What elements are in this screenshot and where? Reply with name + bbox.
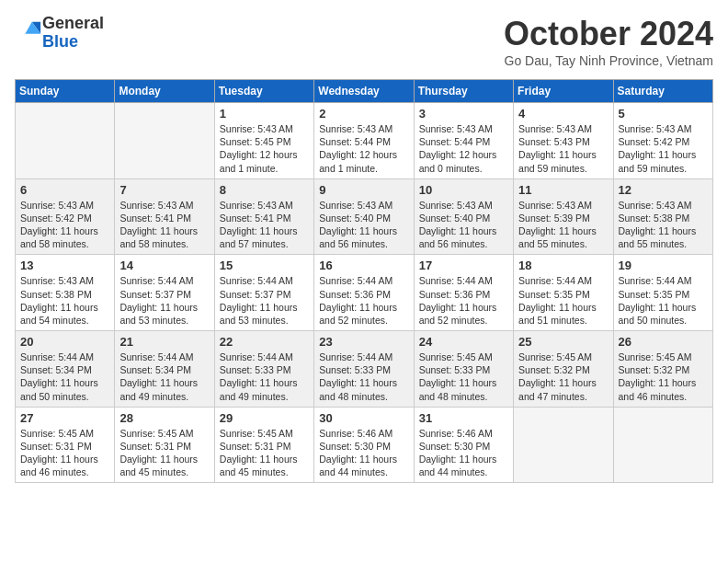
calendar-week-row: 1Sunrise: 5:43 AM Sunset: 5:45 PM Daylig… <box>16 103 713 179</box>
calendar-cell: 24Sunrise: 5:45 AM Sunset: 5:33 PM Dayli… <box>414 331 513 408</box>
cell-text: Sunrise: 5:43 AM Sunset: 5:39 PM Dayligh… <box>518 199 608 251</box>
cell-text: Sunrise: 5:45 AM Sunset: 5:32 PM Dayligh… <box>518 350 608 403</box>
calendar-cell: 1Sunrise: 5:43 AM Sunset: 5:45 PM Daylig… <box>214 103 313 179</box>
cell-text: Sunrise: 5:45 AM Sunset: 5:32 PM Dayligh… <box>619 350 708 403</box>
day-number: 13 <box>20 259 109 272</box>
weekday-header-cell: Thursday <box>414 80 513 103</box>
calendar-cell: 22Sunrise: 5:44 AM Sunset: 5:33 PM Dayli… <box>214 331 313 408</box>
calendar-cell: 14Sunrise: 5:44 AM Sunset: 5:37 PM Dayli… <box>115 255 214 331</box>
calendar-cell: 7Sunrise: 5:43 AM Sunset: 5:41 PM Daylig… <box>115 178 214 255</box>
calendar-cell: 4Sunrise: 5:43 AM Sunset: 5:43 PM Daylig… <box>514 103 613 179</box>
calendar-cell: 20Sunrise: 5:44 AM Sunset: 5:34 PM Dayli… <box>16 331 115 408</box>
weekday-header-cell: Monday <box>115 80 214 103</box>
day-number: 3 <box>419 107 508 121</box>
logo-text: General Blue <box>42 15 104 52</box>
day-number: 17 <box>419 259 508 272</box>
cell-text: Sunrise: 5:43 AM Sunset: 5:43 PM Dayligh… <box>518 122 608 175</box>
logo-icon <box>17 18 42 44</box>
day-number: 23 <box>319 335 408 349</box>
day-number: 16 <box>319 259 408 272</box>
cell-text: Sunrise: 5:45 AM Sunset: 5:31 PM Dayligh… <box>220 427 309 479</box>
calendar-cell: 6Sunrise: 5:43 AM Sunset: 5:42 PM Daylig… <box>16 178 115 255</box>
day-number: 9 <box>319 183 408 197</box>
cell-text: Sunrise: 5:44 AM Sunset: 5:33 PM Dayligh… <box>220 350 309 403</box>
calendar-cell: 28Sunrise: 5:45 AM Sunset: 5:31 PM Dayli… <box>115 407 214 483</box>
day-number: 11 <box>518 183 608 197</box>
calendar-cell: 3Sunrise: 5:43 AM Sunset: 5:44 PM Daylig… <box>414 103 513 179</box>
cell-text: Sunrise: 5:45 AM Sunset: 5:33 PM Dayligh… <box>419 350 508 403</box>
calendar-cell: 2Sunrise: 5:43 AM Sunset: 5:44 PM Daylig… <box>314 103 414 179</box>
day-number: 22 <box>220 335 309 349</box>
cell-text: Sunrise: 5:43 AM Sunset: 5:42 PM Dayligh… <box>20 199 109 251</box>
day-number: 26 <box>619 335 708 349</box>
cell-text: Sunrise: 5:43 AM Sunset: 5:41 PM Dayligh… <box>119 199 209 251</box>
calendar-cell <box>115 103 214 179</box>
cell-text: Sunrise: 5:44 AM Sunset: 5:36 PM Dayligh… <box>419 274 508 327</box>
weekday-header-cell: Friday <box>514 80 613 103</box>
cell-text: Sunrise: 5:43 AM Sunset: 5:41 PM Dayligh… <box>220 199 309 251</box>
page-header: General Blue October 2024 Go Dau, Tay Ni… <box>15 15 713 68</box>
cell-text: Sunrise: 5:43 AM Sunset: 5:40 PM Dayligh… <box>419 199 508 251</box>
cell-text: Sunrise: 5:44 AM Sunset: 5:37 PM Dayligh… <box>119 274 209 327</box>
calendar-cell: 21Sunrise: 5:44 AM Sunset: 5:34 PM Dayli… <box>115 331 214 408</box>
cell-text: Sunrise: 5:43 AM Sunset: 5:44 PM Dayligh… <box>419 122 508 175</box>
calendar-week-row: 13Sunrise: 5:43 AM Sunset: 5:38 PM Dayli… <box>16 255 713 331</box>
cell-text: Sunrise: 5:43 AM Sunset: 5:45 PM Dayligh… <box>220 122 309 175</box>
logo-general: General <box>42 14 104 32</box>
calendar-cell: 17Sunrise: 5:44 AM Sunset: 5:36 PM Dayli… <box>414 255 513 331</box>
cell-text: Sunrise: 5:46 AM Sunset: 5:30 PM Dayligh… <box>419 427 508 479</box>
cell-text: Sunrise: 5:44 AM Sunset: 5:37 PM Dayligh… <box>220 274 309 327</box>
calendar-cell: 30Sunrise: 5:46 AM Sunset: 5:30 PM Dayli… <box>314 407 414 483</box>
cell-text: Sunrise: 5:44 AM Sunset: 5:36 PM Dayligh… <box>319 274 408 327</box>
day-number: 12 <box>619 183 708 197</box>
day-number: 25 <box>518 335 608 349</box>
cell-text: Sunrise: 5:43 AM Sunset: 5:42 PM Dayligh… <box>619 122 708 175</box>
weekday-header-cell: Saturday <box>613 80 712 103</box>
day-number: 1 <box>220 107 309 121</box>
title-block: October 2024 Go Dau, Tay Ninh Province, … <box>504 15 713 68</box>
cell-text: Sunrise: 5:44 AM Sunset: 5:33 PM Dayligh… <box>319 350 408 403</box>
day-number: 20 <box>20 335 109 349</box>
calendar-cell: 12Sunrise: 5:43 AM Sunset: 5:38 PM Dayli… <box>613 178 712 255</box>
cell-text: Sunrise: 5:44 AM Sunset: 5:34 PM Dayligh… <box>119 350 209 403</box>
calendar-cell: 25Sunrise: 5:45 AM Sunset: 5:32 PM Dayli… <box>514 331 613 408</box>
weekday-header-cell: Wednesday <box>314 80 414 103</box>
day-number: 4 <box>518 107 608 121</box>
day-number: 5 <box>619 107 708 121</box>
month-title: October 2024 <box>504 15 713 53</box>
calendar-week-row: 27Sunrise: 5:45 AM Sunset: 5:31 PM Dayli… <box>16 407 713 483</box>
day-number: 29 <box>220 411 309 425</box>
weekday-header-row: SundayMondayTuesdayWednesdayThursdayFrid… <box>16 80 713 103</box>
day-number: 19 <box>619 259 708 272</box>
day-number: 6 <box>20 183 109 197</box>
day-number: 31 <box>419 411 508 425</box>
calendar-cell: 10Sunrise: 5:43 AM Sunset: 5:40 PM Dayli… <box>414 178 513 255</box>
calendar-cell: 31Sunrise: 5:46 AM Sunset: 5:30 PM Dayli… <box>414 407 513 483</box>
calendar-week-row: 6Sunrise: 5:43 AM Sunset: 5:42 PM Daylig… <box>16 178 713 255</box>
day-number: 24 <box>419 335 508 349</box>
calendar-cell: 23Sunrise: 5:44 AM Sunset: 5:33 PM Dayli… <box>314 331 414 408</box>
cell-text: Sunrise: 5:43 AM Sunset: 5:38 PM Dayligh… <box>619 199 708 251</box>
day-number: 7 <box>119 183 209 197</box>
calendar-cell: 11Sunrise: 5:43 AM Sunset: 5:39 PM Dayli… <box>514 178 613 255</box>
weekday-header-cell: Sunday <box>16 80 115 103</box>
weekday-header-cell: Tuesday <box>214 80 313 103</box>
cell-text: Sunrise: 5:45 AM Sunset: 5:31 PM Dayligh… <box>20 427 109 479</box>
day-number: 15 <box>220 259 309 272</box>
day-number: 2 <box>319 107 408 121</box>
calendar-week-row: 20Sunrise: 5:44 AM Sunset: 5:34 PM Dayli… <box>16 331 713 408</box>
calendar-cell: 19Sunrise: 5:44 AM Sunset: 5:35 PM Dayli… <box>613 255 712 331</box>
cell-text: Sunrise: 5:43 AM Sunset: 5:38 PM Dayligh… <box>20 274 109 327</box>
calendar-cell <box>514 407 613 483</box>
calendar-table: SundayMondayTuesdayWednesdayThursdayFrid… <box>15 79 713 483</box>
calendar-cell <box>16 103 115 179</box>
cell-text: Sunrise: 5:43 AM Sunset: 5:40 PM Dayligh… <box>319 199 408 251</box>
cell-text: Sunrise: 5:43 AM Sunset: 5:44 PM Dayligh… <box>319 122 408 175</box>
day-number: 27 <box>20 411 109 425</box>
calendar-cell: 15Sunrise: 5:44 AM Sunset: 5:37 PM Dayli… <box>214 255 313 331</box>
location: Go Dau, Tay Ninh Province, Vietnam <box>504 53 713 68</box>
day-number: 14 <box>119 259 209 272</box>
calendar-cell: 29Sunrise: 5:45 AM Sunset: 5:31 PM Dayli… <box>214 407 313 483</box>
cell-text: Sunrise: 5:44 AM Sunset: 5:35 PM Dayligh… <box>518 274 608 327</box>
calendar-cell <box>613 407 712 483</box>
